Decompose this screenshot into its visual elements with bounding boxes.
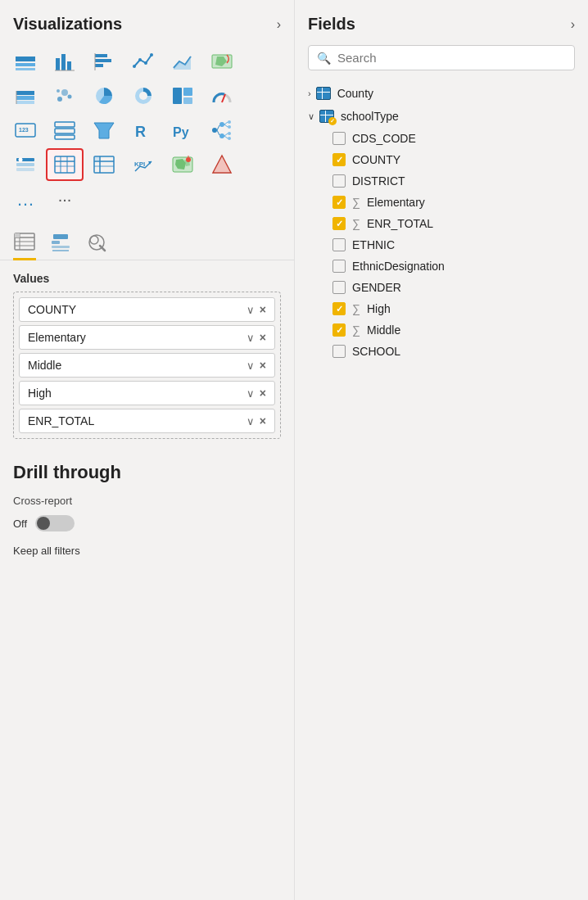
viz-r-script[interactable]: R — [124, 114, 162, 147]
viz-funnel[interactable] — [85, 114, 123, 147]
high-chevron-icon: ∨ — [247, 387, 255, 400]
viz-python[interactable]: Py — [164, 114, 201, 147]
county-table-icon — [316, 87, 331, 100]
school-checkbox[interactable] — [332, 345, 346, 358]
svg-point-12 — [138, 58, 142, 61]
middle-value-item[interactable]: Middle ∨ × — [19, 353, 275, 378]
cross-report-toggle[interactable] — [35, 515, 75, 531]
elementary-checkbox[interactable] — [332, 196, 346, 209]
school-type-group-header[interactable]: ∨ ✓ schoolType — [301, 105, 581, 128]
gender-field[interactable]: GENDER — [301, 277, 581, 298]
viz-table[interactable] — [46, 148, 84, 181]
viz-matrix[interactable] — [85, 148, 123, 181]
viz-donut[interactable] — [124, 79, 162, 112]
svg-rect-55 — [16, 163, 34, 166]
middle-field[interactable]: ∑ Middle — [301, 319, 581, 341]
viz-scatter[interactable] — [46, 79, 84, 112]
middle-checkbox[interactable] — [332, 323, 346, 337]
svg-marker-15 — [174, 57, 191, 70]
svg-marker-76 — [214, 156, 230, 172]
viz-card[interactable]: 123 — [7, 114, 44, 147]
enr-total-field-name: ENR_TOTAL — [367, 217, 433, 230]
svg-rect-35 — [55, 122, 75, 127]
high-field[interactable]: ∑ High — [301, 298, 581, 319]
high-checkbox[interactable] — [332, 302, 346, 315]
viz-pie[interactable] — [85, 79, 123, 112]
gender-checkbox[interactable] — [332, 281, 346, 294]
viz-100-bar[interactable] — [7, 79, 44, 112]
viz-line-chart[interactable] — [124, 45, 162, 78]
fields-panel-chevron[interactable]: › — [571, 17, 575, 32]
county-field[interactable]: COUNTY — [301, 149, 581, 170]
high-sigma-icon: ∑ — [352, 302, 360, 315]
viz-horizontal-bar[interactable] — [85, 45, 123, 78]
middle-remove-icon[interactable]: × — [260, 359, 266, 372]
viz-qna[interactable]: … — [7, 183, 44, 215]
svg-point-57 — [19, 158, 23, 162]
tab-fields[interactable] — [13, 230, 36, 260]
district-field-name: DISTRICT — [352, 174, 405, 188]
svg-rect-30 — [183, 88, 192, 96]
viz-stacked-bar[interactable] — [7, 45, 44, 78]
viz-filled-map[interactable] — [164, 148, 201, 181]
svg-rect-67 — [95, 157, 99, 161]
viz-map-chart[interactable] — [203, 45, 241, 78]
viz-treemap[interactable] — [164, 79, 201, 112]
viz-decomp-tree[interactable] — [203, 114, 241, 147]
svg-point-13 — [144, 61, 147, 65]
svg-rect-0 — [16, 57, 35, 61]
district-field[interactable]: DISTRICT — [301, 170, 581, 192]
ethnic-desig-field[interactable]: EthnicDesignation — [301, 256, 581, 277]
svg-rect-5 — [67, 61, 71, 70]
viz-panel-chevron[interactable]: › — [277, 17, 281, 32]
svg-line-48 — [217, 125, 219, 130]
ethnic-desig-checkbox[interactable] — [332, 260, 346, 273]
viz-shape[interactable] — [203, 148, 241, 181]
svg-line-50 — [224, 122, 228, 124]
enr-total-field[interactable]: ∑ ENR_TOTAL — [301, 213, 581, 234]
ethnic-field[interactable]: ETHNIC — [301, 234, 581, 256]
tab-analytics[interactable] — [85, 231, 108, 259]
svg-rect-4 — [61, 54, 66, 70]
elementary-chevron-icon: ∨ — [247, 332, 255, 344]
ethnic-checkbox[interactable] — [332, 238, 346, 251]
high-value-item[interactable]: High ∨ × — [19, 381, 275, 405]
county-field-checkbox[interactable] — [332, 153, 346, 166]
enr-total-remove-icon[interactable]: × — [260, 414, 266, 427]
tab-format[interactable] — [49, 231, 72, 259]
district-checkbox[interactable] — [332, 174, 346, 188]
enr-total-checkbox[interactable] — [332, 217, 346, 230]
elementary-field[interactable]: ∑ Elementary — [301, 192, 581, 213]
viz-slicer[interactable] — [7, 148, 44, 181]
high-remove-icon[interactable]: × — [260, 387, 266, 400]
middle-sigma-icon: ∑ — [352, 323, 360, 337]
county-value-item[interactable]: COUNTY ∨ × — [19, 297, 275, 322]
enr-total-value-label: ENR_TOTAL — [28, 414, 94, 427]
cds-code-field[interactable]: CDS_CODE — [301, 128, 581, 149]
svg-text:123: 123 — [19, 127, 29, 133]
fields-panel-header: Fields › — [295, 0, 588, 42]
toggle-off-label: Off — [13, 518, 27, 530]
viz-multi-row-card[interactable] — [46, 114, 84, 147]
county-remove-icon[interactable]: × — [260, 303, 266, 316]
viz-gauge[interactable] — [203, 79, 241, 112]
enr-total-value-item[interactable]: ENR_TOTAL ∨ × — [19, 409, 275, 433]
viz-bar-chart[interactable] — [46, 45, 84, 78]
elementary-value-item[interactable]: Elementary ∨ × — [19, 325, 275, 350]
cds-code-checkbox[interactable] — [332, 132, 346, 145]
svg-rect-20 — [16, 101, 34, 104]
county-chevron-icon: ∨ — [247, 304, 255, 316]
elementary-remove-icon[interactable]: × — [260, 331, 266, 344]
svg-rect-84 — [53, 234, 68, 239]
viz-area-chart[interactable] — [164, 45, 201, 78]
school-field[interactable]: SCHOOL — [301, 341, 581, 362]
viz-panel-title: Visualizations — [13, 15, 122, 34]
viz-kpi[interactable]: KPI — [124, 148, 162, 181]
viz-more[interactable]: ··· — [46, 183, 84, 215]
svg-rect-37 — [55, 135, 75, 139]
svg-point-24 — [68, 95, 72, 99]
county-group-header[interactable]: › County — [301, 82, 581, 105]
svg-rect-83 — [15, 233, 20, 237]
search-input[interactable] — [337, 51, 566, 65]
county-group-name: County — [337, 87, 373, 100]
